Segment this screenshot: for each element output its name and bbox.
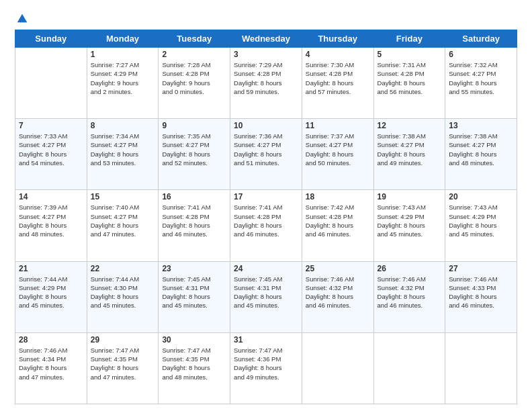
day-info-line: Daylight: 8 hours: [19, 222, 66, 229]
day-info-line: Daylight: 8 hours: [234, 222, 281, 229]
day-number: 7: [19, 121, 83, 130]
day-info-line: Daylight: 8 hours: [234, 150, 281, 158]
day-number: 1: [91, 50, 155, 59]
day-info-line: Daylight: 8 hours: [234, 364, 281, 371]
day-info: Sunrise: 7:47 AMSunset: 4:35 PMDaylight:…: [162, 346, 226, 381]
day-info: Sunrise: 7:45 AMSunset: 4:31 PMDaylight:…: [162, 275, 226, 310]
day-number: 14: [19, 192, 83, 201]
day-info-line: Sunrise: 7:41 AM: [234, 203, 282, 211]
day-info-line: Daylight: 8 hours: [91, 293, 138, 300]
day-info-line: Sunset: 4:27 PM: [19, 141, 66, 148]
day-info-line: Sunrise: 7:45 AM: [162, 275, 210, 283]
day-info-line: and 45 minutes.: [91, 302, 136, 309]
day-info-line: and 51 minutes.: [234, 159, 279, 167]
day-info-line: Daylight: 8 hours: [449, 150, 496, 158]
day-info-line: Sunset: 4:27 PM: [162, 141, 209, 148]
day-info-line: Sunrise: 7:41 AM: [162, 203, 210, 211]
col-header-monday: Monday: [87, 30, 159, 48]
day-info: Sunrise: 7:46 AMSunset: 4:34 PMDaylight:…: [19, 346, 83, 381]
day-info: Sunrise: 7:29 AMSunset: 4:28 PMDaylight:…: [234, 60, 298, 96]
day-info-line: Sunset: 4:35 PM: [91, 355, 138, 363]
day-info-line: Sunrise: 7:30 AM: [306, 61, 354, 68]
day-number: 27: [449, 264, 513, 273]
day-info: Sunrise: 7:46 AMSunset: 4:32 PMDaylight:…: [306, 275, 370, 310]
day-info-line: Daylight: 8 hours: [378, 79, 425, 87]
day-info-line: Sunset: 4:27 PM: [378, 141, 425, 148]
day-info-line: Daylight: 8 hours: [306, 79, 353, 87]
day-info-line: Sunrise: 7:27 AM: [91, 61, 139, 68]
day-info-line: Sunset: 4:35 PM: [162, 355, 209, 363]
day-info-line: Sunset: 4:28 PM: [162, 70, 209, 77]
day-info-line: and 46 minutes.: [306, 230, 351, 238]
day-info: Sunrise: 7:45 AMSunset: 4:31 PMDaylight:…: [234, 275, 298, 310]
day-info-line: and 47 minutes.: [91, 373, 136, 381]
calendar-cell: [302, 332, 373, 404]
day-info-line: Daylight: 9 hours: [91, 79, 138, 87]
calendar-cell: 22Sunrise: 7:44 AMSunset: 4:30 PMDayligh…: [87, 261, 159, 332]
day-info-line: and 46 minutes.: [449, 302, 494, 309]
calendar-cell: 12Sunrise: 7:38 AMSunset: 4:27 PMDayligh…: [373, 119, 445, 190]
day-number: 13: [449, 121, 513, 130]
day-info: Sunrise: 7:34 AMSunset: 4:27 PMDaylight:…: [91, 132, 155, 167]
day-info: Sunrise: 7:40 AMSunset: 4:27 PMDaylight:…: [91, 203, 155, 238]
day-info-line: Sunset: 4:29 PM: [91, 70, 138, 77]
day-info-line: Sunset: 4:32 PM: [378, 284, 425, 291]
day-info-line: Daylight: 8 hours: [162, 150, 210, 158]
day-info-line: Sunrise: 7:40 AM: [91, 203, 139, 211]
day-info-line: Daylight: 8 hours: [449, 79, 496, 87]
day-info-line: Sunrise: 7:35 AM: [162, 132, 210, 140]
day-info-line: Daylight: 8 hours: [91, 150, 138, 158]
day-info: Sunrise: 7:38 AMSunset: 4:27 PMDaylight:…: [378, 132, 442, 167]
day-info-line: Sunrise: 7:39 AM: [19, 203, 67, 211]
day-info-line: Sunset: 4:29 PM: [449, 213, 496, 220]
day-number: 22: [91, 264, 155, 273]
day-number: 11: [306, 121, 370, 130]
day-info-line: Daylight: 8 hours: [378, 293, 425, 300]
calendar-cell: 5Sunrise: 7:31 AMSunset: 4:28 PMDaylight…: [373, 48, 445, 119]
day-info: Sunrise: 7:39 AMSunset: 4:27 PMDaylight:…: [19, 203, 83, 238]
day-number: 6: [449, 50, 513, 59]
day-info-line: Sunrise: 7:37 AM: [306, 132, 354, 140]
day-number: 29: [91, 335, 155, 345]
day-info: Sunrise: 7:46 AMSunset: 4:32 PMDaylight:…: [378, 275, 442, 310]
day-info-line: Sunrise: 7:29 AM: [234, 61, 282, 68]
day-number: 4: [306, 50, 370, 59]
day-info-line: and 45 minutes.: [19, 302, 64, 309]
day-info: Sunrise: 7:38 AMSunset: 4:27 PMDaylight:…: [449, 132, 513, 167]
day-number: 8: [91, 121, 155, 130]
day-info-line: and 57 minutes.: [306, 88, 351, 95]
day-info-line: Daylight: 8 hours: [449, 293, 496, 300]
day-info: Sunrise: 7:44 AMSunset: 4:30 PMDaylight:…: [91, 275, 155, 310]
day-info-line: Sunrise: 7:46 AM: [306, 275, 354, 283]
col-header-friday: Friday: [373, 30, 445, 48]
day-info-line: Daylight: 8 hours: [162, 222, 210, 229]
day-number: 25: [306, 264, 370, 273]
day-info: Sunrise: 7:27 AMSunset: 4:29 PMDaylight:…: [91, 60, 155, 96]
day-info: Sunrise: 7:43 AMSunset: 4:29 PMDaylight:…: [449, 203, 513, 238]
day-number: 21: [19, 264, 83, 273]
day-info-line: Sunrise: 7:34 AM: [91, 132, 139, 140]
day-info-line: and 54 minutes.: [19, 159, 64, 167]
day-info: Sunrise: 7:41 AMSunset: 4:28 PMDaylight:…: [234, 203, 298, 238]
day-info-line: Sunset: 4:27 PM: [91, 213, 138, 220]
day-info-line: and 48 minutes.: [449, 159, 494, 167]
day-info-line: and 55 minutes.: [449, 88, 494, 95]
calendar-cell: 1Sunrise: 7:27 AMSunset: 4:29 PMDaylight…: [87, 48, 159, 119]
calendar-cell: 27Sunrise: 7:46 AMSunset: 4:33 PMDayligh…: [445, 261, 517, 332]
calendar-cell: 3Sunrise: 7:29 AMSunset: 4:28 PMDaylight…: [230, 48, 302, 119]
calendar-cell: 8Sunrise: 7:34 AMSunset: 4:27 PMDaylight…: [87, 119, 159, 190]
day-info-line: and 49 minutes.: [234, 373, 279, 381]
day-info-line: Sunrise: 7:38 AM: [378, 132, 426, 140]
day-info-line: and 45 minutes.: [234, 302, 279, 309]
calendar-cell: 6Sunrise: 7:32 AMSunset: 4:27 PMDaylight…: [445, 48, 517, 119]
day-info-line: and 53 minutes.: [91, 159, 136, 167]
day-number: 15: [91, 192, 155, 201]
day-info: Sunrise: 7:47 AMSunset: 4:35 PMDaylight:…: [91, 346, 155, 381]
day-info: Sunrise: 7:31 AMSunset: 4:28 PMDaylight:…: [378, 60, 442, 96]
day-info-line: and 2 minutes.: [91, 88, 132, 95]
day-info-line: Sunset: 4:34 PM: [19, 355, 66, 363]
day-number: 12: [378, 121, 442, 130]
calendar-cell: 7Sunrise: 7:33 AMSunset: 4:27 PMDaylight…: [15, 119, 87, 190]
header: [15, 12, 517, 24]
day-info-line: Daylight: 8 hours: [91, 222, 138, 229]
